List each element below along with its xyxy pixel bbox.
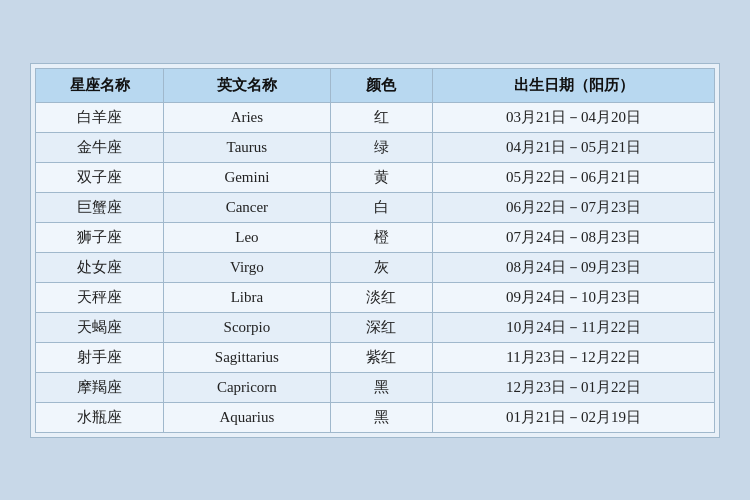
cell-en: Scorpio xyxy=(164,312,331,342)
cell-zh: 天秤座 xyxy=(36,282,164,312)
cell-en: Aries xyxy=(164,102,331,132)
cell-color: 灰 xyxy=(330,252,432,282)
cell-zh: 双子座 xyxy=(36,162,164,192)
cell-date: 12月23日－01月22日 xyxy=(433,372,715,402)
cell-en: Gemini xyxy=(164,162,331,192)
cell-en: Cancer xyxy=(164,192,331,222)
cell-date: 01月21日－02月19日 xyxy=(433,402,715,432)
cell-color: 黄 xyxy=(330,162,432,192)
cell-date: 09月24日－10月23日 xyxy=(433,282,715,312)
cell-color: 橙 xyxy=(330,222,432,252)
cell-en: Leo xyxy=(164,222,331,252)
table-row: 处女座Virgo灰08月24日－09月23日 xyxy=(36,252,715,282)
cell-color: 黑 xyxy=(330,402,432,432)
cell-zh: 狮子座 xyxy=(36,222,164,252)
cell-date: 06月22日－07月23日 xyxy=(433,192,715,222)
cell-en: Aquarius xyxy=(164,402,331,432)
zodiac-table: 星座名称 英文名称 颜色 出生日期（阳历） 白羊座Aries红03月21日－04… xyxy=(35,68,715,433)
header-zh: 星座名称 xyxy=(36,68,164,102)
table-body: 白羊座Aries红03月21日－04月20日金牛座Taurus绿04月21日－0… xyxy=(36,102,715,432)
cell-zh: 摩羯座 xyxy=(36,372,164,402)
cell-en: Virgo xyxy=(164,252,331,282)
cell-en: Capricorn xyxy=(164,372,331,402)
table-row: 双子座Gemini黄05月22日－06月21日 xyxy=(36,162,715,192)
header-date: 出生日期（阳历） xyxy=(433,68,715,102)
cell-zh: 射手座 xyxy=(36,342,164,372)
cell-zh: 金牛座 xyxy=(36,132,164,162)
cell-date: 05月22日－06月21日 xyxy=(433,162,715,192)
table-row: 天蝎座Scorpio深红10月24日－11月22日 xyxy=(36,312,715,342)
cell-color: 淡红 xyxy=(330,282,432,312)
cell-en: Sagittarius xyxy=(164,342,331,372)
header-color: 颜色 xyxy=(330,68,432,102)
table-row: 狮子座Leo橙07月24日－08月23日 xyxy=(36,222,715,252)
cell-zh: 天蝎座 xyxy=(36,312,164,342)
cell-color: 绿 xyxy=(330,132,432,162)
table-row: 白羊座Aries红03月21日－04月20日 xyxy=(36,102,715,132)
cell-zh: 处女座 xyxy=(36,252,164,282)
table-row: 水瓶座Aquarius黑01月21日－02月19日 xyxy=(36,402,715,432)
table-row: 天秤座Libra淡红09月24日－10月23日 xyxy=(36,282,715,312)
cell-color: 白 xyxy=(330,192,432,222)
cell-zh: 巨蟹座 xyxy=(36,192,164,222)
table-row: 摩羯座Capricorn黑12月23日－01月22日 xyxy=(36,372,715,402)
cell-date: 07月24日－08月23日 xyxy=(433,222,715,252)
cell-date: 08月24日－09月23日 xyxy=(433,252,715,282)
cell-color: 紫红 xyxy=(330,342,432,372)
cell-en: Libra xyxy=(164,282,331,312)
table-row: 巨蟹座Cancer白06月22日－07月23日 xyxy=(36,192,715,222)
header-en: 英文名称 xyxy=(164,68,331,102)
cell-zh: 水瓶座 xyxy=(36,402,164,432)
cell-date: 10月24日－11月22日 xyxy=(433,312,715,342)
cell-zh: 白羊座 xyxy=(36,102,164,132)
cell-color: 红 xyxy=(330,102,432,132)
cell-date: 03月21日－04月20日 xyxy=(433,102,715,132)
table-row: 金牛座Taurus绿04月21日－05月21日 xyxy=(36,132,715,162)
cell-date: 04月21日－05月21日 xyxy=(433,132,715,162)
table-row: 射手座Sagittarius紫红11月23日－12月22日 xyxy=(36,342,715,372)
cell-color: 深红 xyxy=(330,312,432,342)
cell-en: Taurus xyxy=(164,132,331,162)
cell-date: 11月23日－12月22日 xyxy=(433,342,715,372)
cell-color: 黑 xyxy=(330,372,432,402)
zodiac-table-container: 星座名称 英文名称 颜色 出生日期（阳历） 白羊座Aries红03月21日－04… xyxy=(30,63,720,438)
table-header-row: 星座名称 英文名称 颜色 出生日期（阳历） xyxy=(36,68,715,102)
